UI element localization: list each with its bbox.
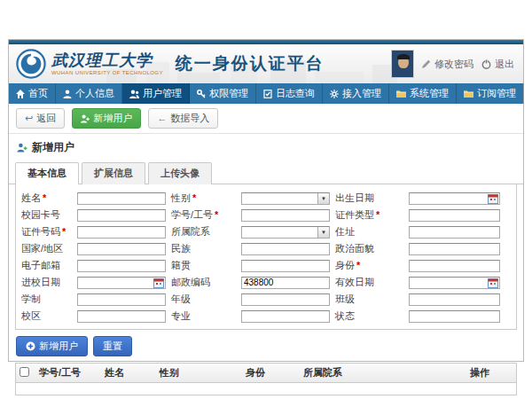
input-student-id[interactable] xyxy=(241,209,330,222)
input-class[interactable] xyxy=(409,293,500,306)
input-postal-code[interactable] xyxy=(241,277,330,289)
user-avatar[interactable] xyxy=(391,50,414,78)
nav-label: 日志查询 xyxy=(276,87,315,100)
university-name-en: WUHAN UNIVERSITY OF TECHNOLOGY xyxy=(51,70,163,75)
input-campus-card[interactable] xyxy=(77,209,166,222)
col-gender: 性别 xyxy=(160,366,246,379)
nav-item-subscription-management[interactable]: 订阅管理 xyxy=(457,83,524,104)
tab-basic-info[interactable]: 基本信息 xyxy=(15,162,79,184)
toolbar: ↩ 返回 新增用户 ← 数据导入 xyxy=(9,104,523,134)
input-political-status[interactable] xyxy=(409,243,500,255)
nav-item-personal-info[interactable]: 个人信息 xyxy=(56,83,122,104)
data-import-label: 数据导入 xyxy=(170,112,209,125)
input-status[interactable] xyxy=(409,310,500,323)
import-arrow-icon: ← xyxy=(157,113,167,123)
back-arrow-icon: ↩ xyxy=(25,113,33,123)
col-actions: 操作 xyxy=(470,366,512,379)
required-asterisk: * xyxy=(376,209,379,220)
nav-item-system-management[interactable]: 系统管理 xyxy=(389,83,457,104)
nav-item-user-management[interactable]: 用户管理 xyxy=(122,83,190,104)
select-department[interactable]: ▼ xyxy=(241,226,330,239)
app-window: 武汉理工大学 WUHAN UNIVERSITY OF TECHNOLOGY 统一… xyxy=(8,39,524,362)
tab-label: 扩展信息 xyxy=(94,168,133,178)
col-student-id: 学号/工号 xyxy=(39,366,105,379)
input-ethnicity[interactable] xyxy=(241,243,330,255)
label-major: 专业 xyxy=(171,309,236,323)
home-icon xyxy=(16,90,25,98)
header: 武汉理工大学 WUHAN UNIVERSITY OF TECHNOLOGY 统一… xyxy=(9,44,523,83)
select-all-checkbox[interactable] xyxy=(20,367,29,377)
input-name[interactable] xyxy=(77,192,166,205)
select-gender[interactable]: ▼ xyxy=(241,192,330,205)
change-password-label: 修改密码 xyxy=(434,58,473,71)
person-icon xyxy=(63,90,72,98)
input-native-place[interactable] xyxy=(241,260,330,272)
date-valid-date[interactable] xyxy=(409,277,500,289)
select-department-value[interactable] xyxy=(241,226,330,239)
label-campus-card: 校园卡号 xyxy=(21,208,72,222)
logo-row: 武汉理工大学 WUHAN UNIVERSITY OF TECHNOLOGY 统一… xyxy=(16,49,325,79)
nav-item-log-query[interactable]: 日志查询 xyxy=(256,83,323,104)
submit-add-user-button[interactable]: 新增用户 xyxy=(16,336,88,356)
user-group-icon xyxy=(129,90,139,98)
tab-upload-avatar[interactable]: 上传头像 xyxy=(148,162,212,184)
label-valid-date: 有效日期 xyxy=(335,276,403,289)
date-birth-date[interactable] xyxy=(409,192,500,205)
label-country-region: 国家/地区 xyxy=(21,242,72,255)
calendar-icon[interactable] xyxy=(488,278,498,288)
nav-label: 个人信息 xyxy=(75,87,114,100)
add-user-toolbar-button[interactable]: 新增用户 xyxy=(72,108,141,129)
nav-item-permission-management[interactable]: 权限管理 xyxy=(190,83,256,104)
nav-item-home[interactable]: 首页 xyxy=(9,83,56,104)
label-student-id: 学号/工号* xyxy=(171,208,236,222)
input-grade[interactable] xyxy=(241,293,330,306)
input-birth-date[interactable] xyxy=(409,192,500,205)
change-password-link[interactable]: 修改密码 xyxy=(422,58,473,71)
required-asterisk: * xyxy=(43,192,46,203)
label-political-status: 政治面貌 xyxy=(335,242,403,255)
input-valid-date[interactable] xyxy=(409,277,500,289)
chevron-down-icon[interactable]: ▼ xyxy=(317,193,329,204)
calendar-icon[interactable] xyxy=(488,193,498,204)
page-title: 统一身份认证平台 xyxy=(176,52,325,75)
university-logo-icon xyxy=(16,49,46,79)
input-identity[interactable] xyxy=(409,260,500,272)
input-major[interactable] xyxy=(241,310,330,323)
input-country-region[interactable] xyxy=(77,243,166,255)
input-campus[interactable] xyxy=(77,310,166,323)
input-address[interactable] xyxy=(409,226,500,239)
back-button[interactable]: ↩ 返回 xyxy=(16,108,65,129)
tab-extended-info[interactable]: 扩展信息 xyxy=(82,162,145,184)
nav-item-access-management[interactable]: 接入管理 xyxy=(323,83,389,104)
chevron-down-icon[interactable]: ▼ xyxy=(317,227,329,238)
input-email[interactable] xyxy=(77,260,166,272)
basic-info-form: 姓名* 性别* ▼ 出生日期 校园卡号 学号/工号* 证件类型* 证件号码* 所… xyxy=(15,184,517,330)
logout-label: 退出 xyxy=(495,58,514,71)
university-name-block: 武汉理工大学 WUHAN UNIVERSITY OF TECHNOLOGY xyxy=(51,52,163,75)
label-status: 状态 xyxy=(335,309,403,323)
input-enroll-date[interactable] xyxy=(77,277,166,289)
tab-label: 基本信息 xyxy=(27,168,66,178)
input-schooling-length[interactable] xyxy=(77,293,166,306)
date-enroll-date[interactable] xyxy=(77,277,166,289)
add-user-label: 新增用户 xyxy=(93,112,132,125)
logout-link[interactable]: 退出 xyxy=(481,58,514,71)
label-identity: 身份* xyxy=(335,259,403,272)
submit-label: 新增用户 xyxy=(39,340,78,353)
input-id-type[interactable] xyxy=(409,209,500,222)
gear-icon xyxy=(330,90,339,98)
required-asterisk: * xyxy=(192,192,196,203)
key-icon xyxy=(197,90,206,98)
university-name-cn: 武汉理工大学 xyxy=(51,52,163,68)
reset-button[interactable]: 重置 xyxy=(93,336,132,356)
nav-label: 首页 xyxy=(28,87,48,100)
label-native-place: 籍贯 xyxy=(171,259,236,272)
select-gender-value[interactable] xyxy=(241,192,330,205)
col-name: 姓名 xyxy=(105,366,160,379)
input-id-number[interactable] xyxy=(77,226,166,239)
log-icon xyxy=(263,90,272,98)
data-import-button[interactable]: ← 数据导入 xyxy=(148,108,218,129)
nav-label: 订阅管理 xyxy=(477,87,516,100)
folder-icon xyxy=(396,90,406,98)
calendar-icon[interactable] xyxy=(153,278,164,288)
